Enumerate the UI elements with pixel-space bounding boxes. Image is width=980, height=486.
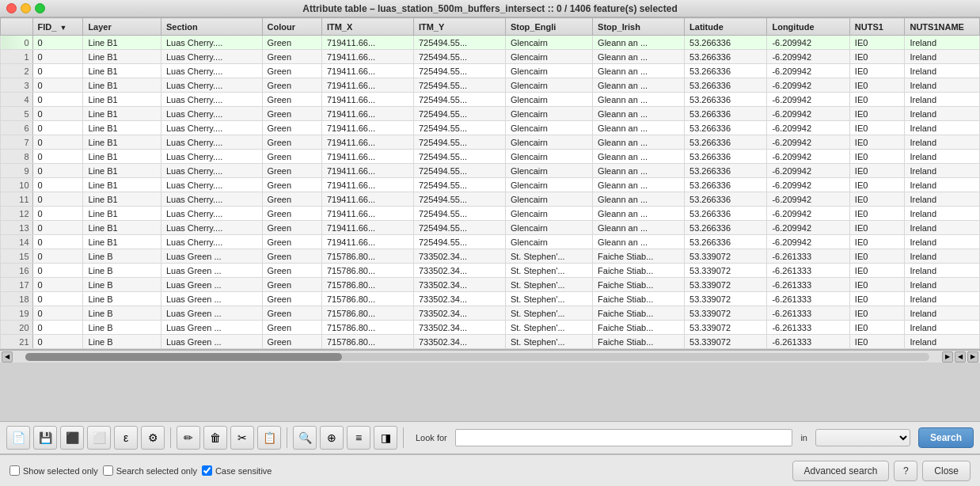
cell-itmy: 725494.55...	[413, 192, 505, 207]
table-row[interactable]: 110Line B1Luas Cherry....Green719411.66.…	[1, 192, 980, 207]
h-scrollbar-track[interactable]	[25, 353, 929, 361]
close-button[interactable]: Close	[922, 461, 971, 481]
table-row[interactable]: 90Line B1Luas Cherry....Green719411.66..…	[1, 164, 980, 178]
cell-stop_engli: Glencairn	[505, 192, 592, 207]
table-row[interactable]: 00Line B1Luas Cherry....Green719411.66..…	[1, 36, 980, 50]
show-selected-only-checkbox[interactable]	[9, 465, 20, 476]
col-header-longitude[interactable]: Longitude	[767, 18, 849, 36]
toolbar-separator	[170, 427, 171, 448]
table-row[interactable]: 100Line B1Luas Cherry....Green719411.66.…	[1, 178, 980, 192]
table-row[interactable]: 50Line B1Luas Cherry....Green719411.66..…	[1, 107, 980, 121]
cell-nuts1: IE0	[849, 221, 905, 235]
table-row[interactable]: 130Line B1Luas Cherry....Green719411.66.…	[1, 221, 980, 235]
cell-stop_engli: Glencairn	[505, 36, 592, 50]
table-row[interactable]: 10Line B1Luas Cherry....Green719411.66..…	[1, 50, 980, 64]
cell-colour: Green	[262, 164, 321, 178]
minimize-window-button[interactable]	[21, 3, 31, 13]
search-selected-only-checkbox[interactable]	[103, 465, 113, 476]
table-row[interactable]: 80Line B1Luas Cherry....Green719411.66..…	[1, 150, 980, 164]
cell-section: Luas Green ...	[161, 306, 262, 321]
window-controls[interactable]	[6, 3, 45, 13]
table-row[interactable]: 20Line B1Luas Cherry....Green719411.66..…	[1, 64, 980, 78]
table-wrapper[interactable]: FID_▼LayerSectionColourITM_XITM_YStop_En…	[0, 17, 980, 349]
table-row[interactable]: 210Line BLuas Green ...Green715786.80...…	[1, 335, 980, 349]
table-row[interactable]: 200Line BLuas Green ...Green715786.80...…	[1, 321, 980, 335]
pencil-edit-button[interactable]: ✏	[177, 426, 200, 450]
cell-longitude: -6.209942	[767, 78, 849, 93]
case-sensitive-checkbox[interactable]	[202, 465, 212, 476]
row-number: 11	[1, 192, 33, 207]
table-row[interactable]: 30Line B1Luas Cherry....Green719411.66..…	[1, 78, 980, 93]
organize-columns-button[interactable]: ≡	[347, 426, 370, 450]
table-row[interactable]: 140Line B1Luas Cherry....Green719411.66.…	[1, 235, 980, 249]
cell-nuts1name: Ireland	[905, 121, 980, 135]
search-button[interactable]: Search	[918, 427, 974, 448]
cell-fid: 0	[32, 292, 83, 306]
maximize-window-button[interactable]	[35, 3, 45, 13]
h-scrollbar-thumb[interactable]	[25, 353, 342, 361]
pan-to-selection-button[interactable]: ⊕	[320, 426, 344, 450]
cell-latitude: 53.339072	[685, 278, 767, 292]
col-header-section[interactable]: Section	[161, 18, 262, 36]
table-row[interactable]: 120Line B1Luas Cherry....Green719411.66.…	[1, 207, 980, 221]
col-header-nuts1[interactable]: NUTS1	[849, 18, 905, 36]
table-row[interactable]: 180Line BLuas Green ...Green715786.80...…	[1, 292, 980, 306]
horizontal-scrollbar[interactable]: ◀ ▶ ◀ ▶	[0, 350, 980, 363]
cell-nuts1: IE0	[849, 64, 905, 78]
table-row[interactable]: 170Line BLuas Green ...Green715786.80...…	[1, 278, 980, 292]
cell-colour: Green	[262, 264, 321, 278]
cell-itmx: 719411.66...	[321, 135, 413, 150]
advanced-search-button[interactable]: Advanced search	[792, 461, 890, 481]
table-row[interactable]: 160Line BLuas Green ...Green715786.80...…	[1, 264, 980, 278]
delete-selected-button[interactable]: 🗑	[203, 426, 227, 450]
col-header-itmy[interactable]: ITM_Y	[413, 18, 505, 36]
select-all-button[interactable]: ⬛	[60, 426, 84, 450]
col-header-stop_irish[interactable]: Stop_Irish	[593, 18, 685, 36]
select-by-expression-button[interactable]: ε	[114, 426, 138, 450]
col-header-fid[interactable]: FID_▼	[32, 18, 83, 36]
close-window-button[interactable]	[6, 3, 17, 13]
cell-itmy: 725494.55...	[413, 135, 505, 150]
cell-section: Luas Cherry....	[161, 221, 262, 235]
paste-features-button[interactable]: 📋	[257, 426, 281, 450]
show-selected-only-label[interactable]: Show selected only	[9, 465, 98, 476]
cell-latitude: 53.266336	[685, 178, 767, 192]
cell-nuts1: IE0	[849, 249, 905, 264]
help-button[interactable]: ?	[894, 461, 917, 481]
table-row[interactable]: 60Line B1Luas Cherry....Green719411.66..…	[1, 121, 980, 135]
scroll-prev-page[interactable]: ◀	[955, 351, 966, 363]
scroll-left-arrow[interactable]: ◀	[2, 351, 13, 363]
look-for-input[interactable]	[455, 429, 793, 446]
conditional-formatting-button[interactable]: ◨	[374, 426, 397, 450]
table-row[interactable]: 40Line B1Luas Cherry....Green719411.66..…	[1, 93, 980, 107]
col-header-colour[interactable]: Colour	[262, 18, 321, 36]
cell-nuts1name: Ireland	[905, 50, 980, 64]
cell-section: Luas Cherry....	[161, 64, 262, 78]
zoom-to-selection-button[interactable]: 🔍	[293, 426, 317, 450]
cell-layer: Line B1	[83, 36, 161, 50]
cut-features-button[interactable]: ✂	[230, 426, 254, 450]
table-row[interactable]: 70Line B1Luas Cherry....Green719411.66..…	[1, 135, 980, 150]
col-header-layer[interactable]: Layer	[83, 18, 161, 36]
search-selected-only-label[interactable]: Search selected only	[103, 465, 197, 476]
col-header-stop_engli[interactable]: Stop_Engli	[505, 18, 592, 36]
filter-features-button[interactable]: ⚙	[141, 426, 165, 450]
look-for-label: Look for	[416, 433, 447, 442]
in-select[interactable]	[815, 429, 910, 446]
cell-itmy: 725494.55...	[413, 50, 505, 64]
toggle-edit-mode-button[interactable]: 📄	[6, 426, 30, 450]
save-edits-button[interactable]: 💾	[33, 426, 57, 450]
table-row[interactable]: 190Line BLuas Green ...Green715786.80...…	[1, 306, 980, 321]
cell-fid: 0	[32, 150, 83, 164]
table-row[interactable]: 150Line BLuas Green ...Green715786.80...…	[1, 249, 980, 264]
deselect-all-button[interactable]: ⬜	[87, 426, 111, 450]
case-sensitive-label[interactable]: Case sensitive	[202, 465, 272, 476]
col-header-latitude[interactable]: Latitude	[685, 18, 767, 36]
scroll-next-page[interactable]: ▶	[967, 351, 978, 363]
cell-longitude: -6.209942	[767, 36, 849, 50]
col-header-itmx[interactable]: ITM_X	[321, 18, 413, 36]
scroll-right-arrow[interactable]: ▶	[942, 351, 953, 363]
cell-itmy: 725494.55...	[413, 207, 505, 221]
cell-layer: Line B1	[83, 235, 161, 249]
col-header-nuts1name[interactable]: NUTS1NAME	[905, 18, 980, 36]
